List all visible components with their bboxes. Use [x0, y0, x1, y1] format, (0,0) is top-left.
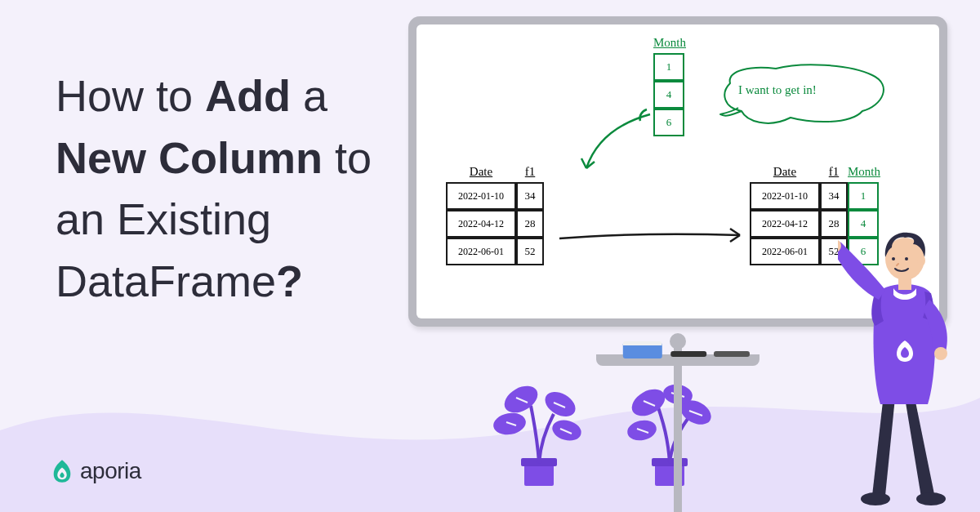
- left-cell-0-0: 2022-01-10: [446, 182, 516, 210]
- svg-point-12: [861, 492, 890, 505]
- aporia-logo-icon: [51, 458, 74, 484]
- svg-rect-0: [524, 463, 554, 486]
- plant-illustration-2: [621, 349, 719, 488]
- dataframe-before: Date f1 2022-01-10 34 2022-04-12 28: [446, 165, 544, 265]
- svg-point-20: [905, 257, 908, 260]
- left-header-f1: f1: [516, 165, 544, 179]
- right-cell-1-0: 2022-04-12: [750, 210, 820, 238]
- month-cell-2: 6: [653, 109, 684, 136]
- speech-bubble: I want to get in!: [719, 64, 882, 129]
- left-cell-1-1: 28: [516, 210, 544, 238]
- svg-point-18: [917, 255, 925, 266]
- svg-point-19: [892, 257, 895, 260]
- month-column: Month 1 4 6: [653, 36, 684, 136]
- svg-point-15: [934, 347, 947, 360]
- left-header-date: Date: [446, 165, 516, 179]
- person-illustration: [838, 169, 969, 512]
- page-title: How to Add a New Column to an Existing D…: [56, 65, 372, 312]
- speech-bubble-text: I want to get in!: [738, 83, 817, 97]
- month-cell-1: 4: [653, 81, 684, 109]
- left-cell-2-0: 2022-06-01: [446, 238, 516, 265]
- right-cell-2-0: 2022-06-01: [750, 238, 820, 265]
- left-cell-2-1: 52: [516, 238, 544, 265]
- right-header-date: Date: [750, 165, 820, 179]
- marker-1: [670, 351, 706, 357]
- brand-logo: aporia: [51, 458, 141, 484]
- svg-point-5: [550, 417, 584, 443]
- svg-point-13: [916, 492, 946, 505]
- marker-2: [714, 351, 750, 357]
- month-header: Month: [653, 36, 684, 50]
- right-cell-0-0: 2022-01-10: [750, 182, 820, 210]
- left-cell-1-0: 2022-04-12: [446, 210, 516, 238]
- left-cell-0-1: 34: [516, 182, 544, 210]
- month-cell-0: 1: [653, 53, 684, 81]
- brand-name: aporia: [80, 458, 141, 484]
- whiteboard-pole-cap: [670, 333, 686, 349]
- whiteboard-eraser: [623, 341, 662, 358]
- svg-point-4: [541, 387, 580, 422]
- plant-illustration-1: [490, 349, 588, 488]
